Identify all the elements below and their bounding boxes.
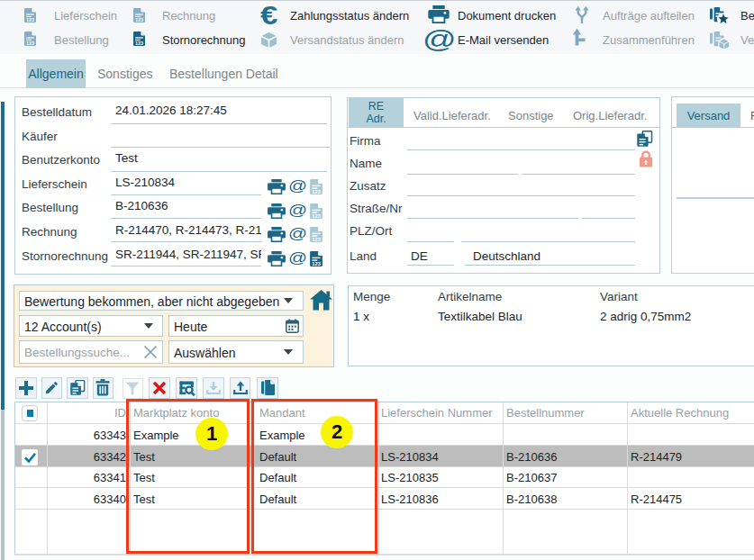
svg-text:123: 123: [312, 237, 321, 242]
svg-text:123: 123: [135, 41, 143, 46]
svg-text:123: 123: [26, 41, 34, 46]
svg-text:123: 123: [26, 17, 34, 23]
svg-text:123: 123: [312, 260, 321, 266]
svg-text:123: 123: [135, 17, 143, 23]
svg-text:123: 123: [312, 212, 321, 218]
svg-text:123: 123: [312, 189, 321, 194]
